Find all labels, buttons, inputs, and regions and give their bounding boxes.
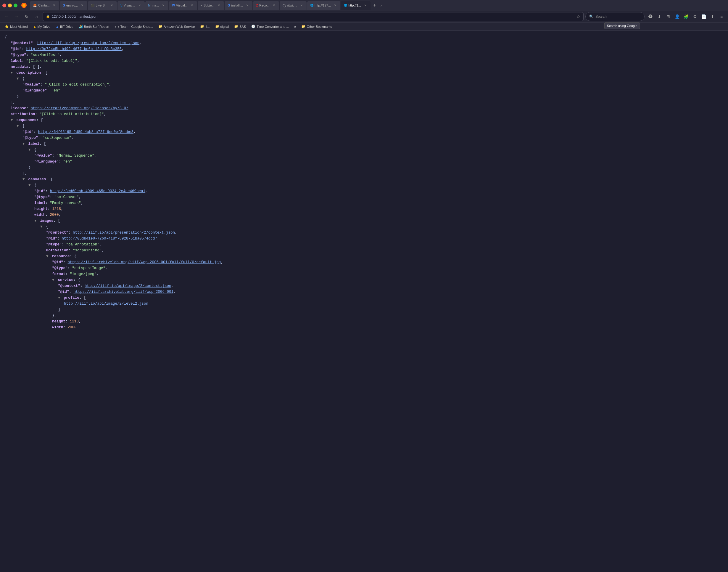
json-content: { "@context": http://iiif.io/api/present… <box>0 31 728 572</box>
id-link[interactable]: http://9c724c5b-b492-4677-bc6b-12d1f0c8c… <box>26 47 122 51</box>
tab-http127-close[interactable]: ✕ <box>333 3 337 7</box>
download-button[interactable]: ⬇ <box>655 12 663 21</box>
bm-sas-label: SAS <box>239 25 246 28</box>
tab-envir[interactable]: G enviro... ✕ <box>60 1 88 10</box>
forward-button[interactable]: → <box>12 12 21 21</box>
sequence-id-link[interactable]: http://64f65165-2d89-4ab8-a72f-6ee0ef8ea… <box>38 130 134 134</box>
tab-subj-label: Subje... <box>204 4 215 7</box>
addons-button[interactable]: 🧩 <box>682 12 690 21</box>
tab-subj[interactable]: ≡ Subje... ✕ <box>198 1 224 10</box>
bm-other-label: Other Bookmarks <box>307 25 332 28</box>
canvas-id-link[interactable]: http://8cd60eab-4009-465c-9034-2c4cc469b… <box>50 189 146 193</box>
bm-time[interactable]: 🕐 Time Converter and ... <box>249 24 291 29</box>
resource-collapse[interactable]: ▼ <box>46 254 50 259</box>
tab-visual1-close[interactable]: ✕ <box>138 3 142 7</box>
images-id-link[interactable]: http://05db41e0-72b0-418f-8928-51ba0574d… <box>62 236 157 241</box>
bm-amazon[interactable]: 📁 Amazon Web Service <box>156 24 197 29</box>
bm-borth[interactable]: 🏄 Borth Surf Report <box>76 24 112 29</box>
tab-live[interactable]: ⬛ Live S... ✕ <box>88 1 117 10</box>
sequences-obj-collapse[interactable]: ▼ <box>17 123 20 129</box>
search-tooltip: Search using Google <box>604 22 640 29</box>
sync-button[interactable]: 👤 <box>673 12 681 21</box>
nav-icons: 🅟 ⬇ ⊞ 👤 🧩 ⚙ 📄 ⬆ ≡ <box>646 12 726 21</box>
seq-label-collapse[interactable]: ▼ <box>22 141 26 147</box>
bm-sas[interactable]: 📁 SAS <box>232 24 248 29</box>
bm-iiif-drive[interactable]: ▲ IIIF Drive <box>53 24 76 29</box>
bm-other[interactable]: 📁 Other Bookmarks <box>299 24 334 29</box>
bm-digital[interactable]: 📁 digital <box>213 24 231 29</box>
images-obj-collapse[interactable]: ▼ <box>40 224 44 230</box>
tab-visual1[interactable]: V Visual... ✕ <box>117 1 145 10</box>
tab-live-close[interactable]: ✕ <box>110 3 114 7</box>
tab-ma[interactable]: M ma... ✕ <box>145 1 169 10</box>
bm-more[interactable]: » <box>292 24 298 29</box>
tab-installi-close[interactable]: ✕ <box>245 3 249 7</box>
close-button[interactable] <box>2 4 6 7</box>
minimize-button[interactable] <box>8 4 12 7</box>
tab-visual2-favicon: W <box>172 4 175 7</box>
tab-ritwic-close[interactable]: ✕ <box>300 3 304 7</box>
download-icon: ⬇ <box>658 14 661 19</box>
tab-subj-close[interactable]: ✕ <box>217 3 221 7</box>
bm-more-label: » <box>294 25 296 28</box>
tab-canta[interactable]: 🦊 Canta... ✕ <box>30 1 59 10</box>
profile-link[interactable]: http://iiif.io/api/image/2/level2.json <box>64 302 148 306</box>
new-tab-button[interactable]: + <box>371 2 378 9</box>
context-link[interactable]: http://iiif.io/api/presentation/2/contex… <box>37 41 139 45</box>
images-collapse[interactable]: ▼ <box>34 218 38 224</box>
tab-canta-close[interactable]: ✕ <box>52 3 56 7</box>
tab-reco-favicon: Z <box>256 4 258 7</box>
description-collapse[interactable]: ▼ <box>11 70 14 76</box>
tab-active-close[interactable]: ✕ <box>363 3 368 7</box>
bm-my-drive[interactable]: ▲ My Drive <box>31 24 53 29</box>
url-bar[interactable]: 🔒 127.0.0.1:5500/manifest.json ☆ <box>43 12 584 21</box>
tab-envir-close[interactable]: ✕ <box>80 3 84 7</box>
seq-label-obj-collapse[interactable]: ▼ <box>28 147 32 153</box>
bm-borth-icon: 🏄 <box>79 24 83 28</box>
bm-my-drive-label: My Drive <box>37 25 50 28</box>
bm-most-visited[interactable]: ⭐ Most Visited <box>2 24 30 29</box>
bm-team[interactable]: + + Team - Google Shee... <box>112 24 155 29</box>
pocket-button[interactable]: 🅟 <box>646 12 655 21</box>
service-context-link[interactable]: http://iiif.io/api/image/2/context.json <box>85 284 171 288</box>
tab-reco[interactable]: Z Reco... ✕ <box>253 1 279 10</box>
service-collapse[interactable]: ▼ <box>52 277 56 283</box>
images-context-link[interactable]: http://iiif.io/api/presentation/2/contex… <box>73 231 175 235</box>
maximize-button[interactable] <box>14 4 17 7</box>
tab-overflow-chevron[interactable]: › <box>378 2 384 8</box>
canvases-collapse[interactable]: ▼ <box>22 176 26 183</box>
tab-http127[interactable]: 🌐 http://127... ✕ <box>307 1 340 10</box>
service-id-link[interactable]: https://iiif.archivelab.org/iiif/wcp-200… <box>74 290 174 294</box>
menu-button[interactable]: ≡ <box>717 12 726 21</box>
tab-ma-label: ma... <box>152 4 159 7</box>
tab-active-favicon: 🌐 <box>344 4 347 7</box>
sequences-collapse[interactable]: ▼ <box>11 117 14 123</box>
history-button[interactable]: ⊞ <box>664 12 672 21</box>
firefox-icon <box>21 2 27 8</box>
forward-icon: → <box>14 14 19 19</box>
pocket-icon: 🅟 <box>648 14 653 19</box>
tab-active[interactable]: 🌐 http://1... ✕ <box>341 1 371 10</box>
tab-ritwic[interactable]: ◯ ritwic... ✕ <box>280 1 307 10</box>
share-button[interactable]: ⬆ <box>709 12 717 21</box>
bm-il[interactable]: 📁 il... <box>198 24 212 29</box>
tab-visual2[interactable]: W Visual... ✕ <box>169 1 197 10</box>
canvas-obj-collapse[interactable]: ▼ <box>28 183 32 188</box>
reader-button[interactable]: 📄 <box>700 12 708 21</box>
bookmark-star-icon[interactable]: ☆ <box>576 14 580 19</box>
home-button[interactable]: ⌂ <box>32 12 41 21</box>
tab-reco-close[interactable]: ✕ <box>272 3 276 7</box>
search-bar[interactable]: 🔍 Search Search using Google <box>585 12 645 21</box>
tab-visual2-close[interactable]: ✕ <box>190 3 194 7</box>
tab-installi[interactable]: G installi... ✕ <box>225 1 252 10</box>
tab-ma-favicon: M <box>148 4 151 7</box>
tab-ma-close[interactable]: ✕ <box>161 3 165 7</box>
svg-point-1 <box>22 4 25 7</box>
license-link[interactable]: https://creativecommons.org/licenses/by/… <box>31 106 129 111</box>
back-button[interactable]: ← <box>2 12 11 21</box>
resource-id-link[interactable]: https://iiif.archivelab.org/iiif/wcp-200… <box>68 260 221 264</box>
profile-collapse[interactable]: ▼ <box>58 295 62 301</box>
description-obj-collapse[interactable]: ▼ <box>17 76 20 82</box>
extensions-button[interactable]: ⚙ <box>691 12 699 21</box>
reload-button[interactable]: ↻ <box>22 12 31 21</box>
